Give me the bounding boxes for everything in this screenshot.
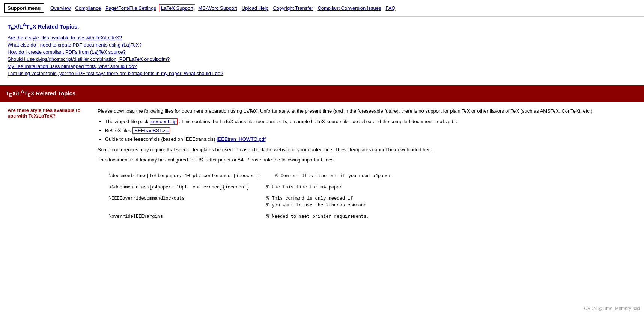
bullet-3: Guide to use ieeeconf.cls (based on IEEE… bbox=[105, 136, 636, 143]
section-header: TEX/LATEX Related Topics bbox=[0, 85, 644, 102]
conferences-note: Some conferences may require that specia… bbox=[98, 146, 636, 154]
nav-link-faq[interactable]: FAQ bbox=[384, 5, 397, 12]
nav-link-pagefont[interactable]: Page/Font/File Settings bbox=[104, 5, 158, 12]
qa-answer: Please download the following files for … bbox=[98, 107, 636, 226]
ieeebst-zip-link[interactable]: IEEEtranBST.zip bbox=[132, 127, 170, 134]
toc-link-6[interactable]: I am using vector fonts, yet the PDF tes… bbox=[8, 71, 636, 76]
answer-bullets: The zipped file pack ieeeconf.zip . This… bbox=[105, 118, 636, 143]
qa-row: Are there style files available to use w… bbox=[8, 107, 636, 226]
nav-link-copyright[interactable]: Copyright Transfer bbox=[271, 5, 314, 12]
toc-title: TEX/LATEX Related Topics. bbox=[8, 22, 636, 31]
ieeehowto-link[interactable]: IEEEtran_HOWTO.pdf bbox=[217, 136, 266, 142]
code-line-2: %\documentclass[a4paper, 10pt, conferenc… bbox=[109, 182, 625, 192]
toc-link-2[interactable]: What else do I need to create PDF docume… bbox=[8, 42, 636, 48]
code-line-4: \overrideIEEEmargins % Needed to meet pr… bbox=[109, 212, 625, 222]
code-line-1: \documentclass[letterpaper, 10 pt, confe… bbox=[109, 171, 625, 181]
content-section: TEX/LATEX Related Topics Are there style… bbox=[0, 85, 644, 235]
nav-link-compliance[interactable]: Compliance bbox=[74, 5, 102, 12]
nav-link-upload[interactable]: Upload Help bbox=[240, 5, 270, 12]
bullet-2: BiBTeX files IEEEtranBST.zip bbox=[105, 127, 636, 134]
nav-link-latex[interactable]: LaTeX Support bbox=[159, 4, 195, 12]
nav-link-conversion[interactable]: Compliant Conversion Issues bbox=[316, 5, 382, 12]
toc-link-4[interactable]: Should I use dvips/ghostscript/distiller… bbox=[8, 56, 636, 62]
navigation-bar: Support menu Overview Compliance Page/Fo… bbox=[0, 0, 644, 17]
toc-link-3[interactable]: How do I create compliant PDFs from (La)… bbox=[8, 49, 636, 55]
support-menu-button[interactable]: Support menu bbox=[4, 3, 44, 13]
toc-link-5[interactable]: My TeX installation uses bitmapped fonts… bbox=[8, 63, 636, 69]
nav-link-msword[interactable]: MS-Word Support bbox=[197, 5, 239, 12]
bullet-1: The zipped file pack ieeeconf.zip . This… bbox=[105, 118, 636, 125]
nav-link-overview[interactable]: Overview bbox=[49, 5, 72, 12]
toc-section: TEX/LATEX Related Topics. Are there styl… bbox=[0, 17, 644, 85]
content-body: Are there style files available to use w… bbox=[0, 102, 644, 235]
toc-link-1[interactable]: Are there style files available to use w… bbox=[8, 35, 636, 41]
code-block-section: \documentclass[letterpaper, 10 pt, confe… bbox=[98, 167, 636, 226]
answer-intro: Please download the following files for … bbox=[98, 107, 636, 115]
qa-question: Are there style files available to use w… bbox=[8, 107, 90, 226]
code-line-3: \IEEEoverridecommandlockouts % This comm… bbox=[109, 194, 625, 210]
document-note: The document root.tex may be configured … bbox=[98, 156, 636, 164]
ieeeconf-zip-link[interactable]: ieeeconf.zip bbox=[150, 118, 177, 125]
